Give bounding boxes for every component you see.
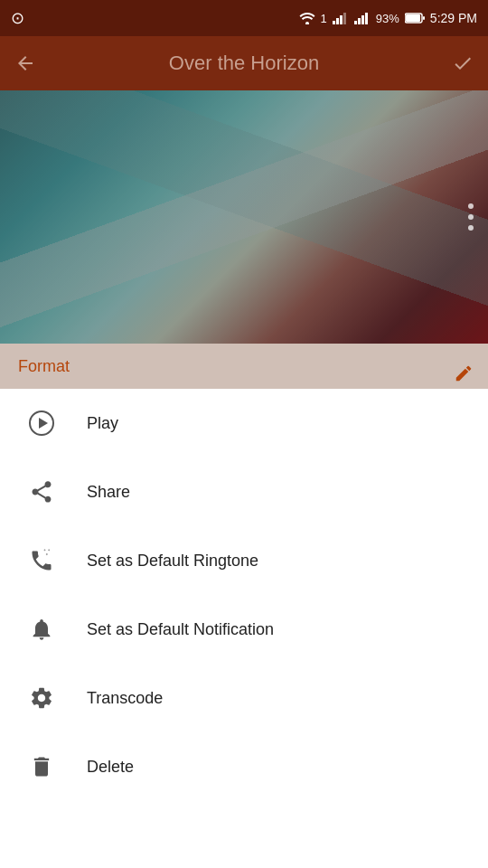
app-bar: Over the Horizon: [0, 36, 488, 90]
menu-item-transcode[interactable]: Transcode: [0, 664, 488, 732]
menu-list: Play Share Set as Default Ringtone Set a…: [0, 389, 488, 801]
svg-rect-10: [406, 14, 420, 22]
dot2: [468, 214, 474, 220]
svg-rect-8: [365, 13, 368, 24]
svg-rect-2: [336, 18, 339, 24]
status-bar: ⊙ 1 93%: [0, 0, 488, 36]
svg-rect-4: [343, 13, 346, 24]
sim1-icon: 1: [321, 12, 327, 25]
bell-icon: [22, 617, 61, 642]
menu-item-ringtone[interactable]: Set as Default Ringtone: [0, 526, 488, 595]
status-bar-right: 1 93% 5:29 PM: [299, 11, 477, 25]
confirm-button[interactable]: [452, 52, 474, 74]
delete-label: Delete: [87, 758, 134, 777]
svg-rect-5: [354, 21, 357, 24]
cover-overlay: [0, 90, 488, 344]
svg-rect-11: [423, 16, 425, 20]
share-label: Share: [87, 483, 130, 502]
format-label: Format: [18, 357, 70, 376]
vpn-icon: ⊙: [11, 8, 24, 28]
page-title: Over the Horizon: [169, 52, 319, 75]
menu-item-play[interactable]: Play: [0, 389, 488, 458]
time: 5:29 PM: [430, 11, 477, 25]
edit-icon[interactable]: [454, 363, 474, 383]
ringtone-label: Set as Default Ringtone: [87, 552, 258, 571]
menu-item-delete[interactable]: Delete: [0, 732, 488, 801]
transcode-label: Transcode: [87, 689, 163, 708]
cover-art: [0, 90, 488, 344]
format-bar: Format: [0, 344, 488, 389]
battery-percent: 93%: [376, 12, 399, 25]
svg-rect-7: [361, 15, 364, 24]
share-icon: [22, 479, 61, 505]
menu-item-share[interactable]: Share: [0, 458, 488, 526]
trash-icon: [22, 754, 61, 779]
play-label: Play: [87, 414, 118, 433]
status-bar-left: ⊙: [11, 8, 24, 28]
dot1: [468, 203, 474, 209]
menu-item-notification[interactable]: Set as Default Notification: [0, 595, 488, 664]
gear-icon: [22, 685, 61, 711]
signal-icon: [333, 12, 349, 24]
svg-rect-1: [333, 21, 335, 24]
wifi-icon: [299, 12, 315, 24]
notification-label: Set as Default Notification: [87, 620, 274, 639]
svg-rect-6: [358, 18, 361, 24]
svg-marker-13: [39, 418, 48, 429]
battery-icon: [405, 13, 425, 24]
overflow-menu-button[interactable]: [468, 203, 474, 231]
svg-rect-3: [340, 15, 343, 24]
svg-point-0: [305, 22, 309, 24]
play-icon: [22, 410, 61, 437]
dot3: [468, 225, 474, 231]
back-button[interactable]: [14, 52, 36, 74]
phone-icon: [22, 548, 61, 573]
signal2-icon: [354, 12, 371, 24]
